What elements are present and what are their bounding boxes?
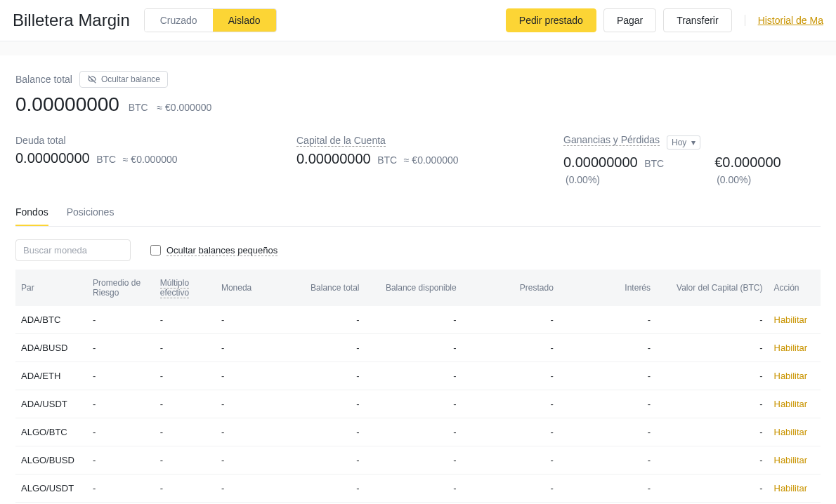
cell-avail: - [365,306,462,334]
cell-borrowed: - [462,362,559,390]
cell-mult: - [155,362,216,390]
cell-risk: - [87,475,155,503]
pnl-period-select[interactable]: Hoy ▾ [667,135,700,150]
enable-link[interactable]: Habilitar [774,399,808,409]
cell-total: - [290,475,365,503]
cell-risk: - [87,334,155,362]
total-balance-section: Balance total Ocultar balance 0.00000000… [15,71,821,116]
total-balance-label: Balance total [15,74,72,85]
pnl-label: Ganancias y Pérdidas [563,134,660,146]
enable-link[interactable]: Habilitar [774,314,808,325]
cell-equity: - [656,362,768,390]
table-row: ALGO/BTC--------Habilitar [15,418,821,446]
th-risk: Promedio de Riesgo [87,270,155,306]
cell-mult: - [155,390,216,418]
borrow-button[interactable]: Pedir prestado [506,8,596,32]
cell-coin: - [216,334,290,362]
tab-cross[interactable]: Cruzado [145,9,213,32]
table-row: ADA/USDT--------Habilitar [15,390,821,418]
table-row: ADA/ETH--------Habilitar [15,362,821,390]
equity-approx: ≈ €0.000000 [404,154,459,166]
cell-pair: ALGO/BUSD [15,446,87,475]
page-title: Billetera Margin [13,11,130,30]
equity-label: Capital de la Cuenta [296,135,386,147]
cell-coin: - [216,446,290,475]
cell-total: - [290,390,365,418]
cell-risk: - [87,390,155,418]
enable-link[interactable]: Habilitar [774,455,808,465]
cell-avail: - [365,418,462,446]
cell-equity: - [656,306,768,334]
cell-mult: - [155,475,216,503]
cell-action: Habilitar [769,446,821,475]
equity-unit: BTC [377,154,397,166]
th-pair: Par [15,270,87,306]
hide-small-checkbox[interactable] [150,245,161,256]
pay-button[interactable]: Pagar [603,8,656,32]
cell-interest: - [559,334,656,362]
transfer-button[interactable]: Transferir [663,8,731,32]
cell-action: Habilitar [769,475,821,503]
tab-isolated[interactable]: Aislado [213,9,276,32]
enable-link[interactable]: Habilitar [774,371,808,381]
debt-label: Deuda total [15,135,66,146]
tab-funds[interactable]: Fondos [15,206,48,226]
tab-positions[interactable]: Posiciones [67,206,115,226]
cell-risk: - [87,446,155,475]
debt-approx: ≈ €0.000000 [123,154,178,165]
cell-total: - [290,446,365,475]
cell-avail: - [365,390,462,418]
cell-action: Habilitar [769,418,821,446]
cell-total: - [290,418,365,446]
cell-equity: - [656,475,768,503]
hide-balance-label: Ocultar balance [101,74,160,84]
th-mult: Múltiplo efectivo [155,270,216,306]
funds-table: Par Promedio de Riesgo Múltiplo efectivo… [15,270,821,504]
equity-value: 0.00000000 [296,151,371,166]
margin-mode-tabs: Cruzado Aislado [144,8,277,32]
search-input[interactable] [15,239,131,261]
cell-action: Habilitar [769,334,821,362]
cell-action: Habilitar [769,390,821,418]
table-row: ADA/BUSD--------Habilitar [15,334,821,362]
cell-borrowed: - [462,475,559,503]
pnl-btc-unit: BTC [644,158,664,169]
table-row: ADA/BTC--------Habilitar [15,306,821,334]
filter-row: Ocultar balances pequeños [15,239,821,261]
cell-interest: - [559,362,656,390]
enable-link[interactable]: Habilitar [774,483,808,493]
stats-row: Deuda total 0.00000000 BTC ≈ €0.000000 C… [15,134,821,187]
debt-unit: BTC [96,154,116,165]
cell-interest: - [559,390,656,418]
enable-link[interactable]: Habilitar [774,343,808,353]
cell-coin: - [216,362,290,390]
cell-total: - [290,306,365,334]
total-balance-approx: ≈ €0.000000 [157,102,212,113]
pnl-eur-value: €0.000000 [714,154,781,170]
cell-interest: - [559,306,656,334]
hide-balance-button[interactable]: Ocultar balance [79,71,168,88]
cell-interest: - [559,418,656,446]
table-row: ALGO/BUSD--------Habilitar [15,446,821,475]
th-avail: Balance disponible [365,270,462,306]
enable-link[interactable]: Habilitar [774,427,808,437]
cell-coin: - [216,390,290,418]
cell-coin: - [216,475,290,503]
header: Billetera Margin Cruzado Aislado Pedir p… [0,0,836,41]
cell-borrowed: - [462,334,559,362]
cell-equity: - [656,334,768,362]
cell-avail: - [365,446,462,475]
cell-avail: - [365,475,462,503]
hide-small-balances[interactable]: Ocultar balances pequeños [150,245,277,256]
history-link[interactable]: Historial de Ma [745,15,823,26]
th-coin: Moneda [216,270,290,306]
cell-action: Habilitar [769,362,821,390]
pnl-btc-value: 0.00000000 [563,154,638,170]
cell-borrowed: - [462,418,559,446]
cell-borrowed: - [462,306,559,334]
cell-interest: - [559,475,656,503]
total-balance-value: 0.00000000 [15,93,119,115]
cell-pair: ALGO/USDT [15,475,87,503]
cell-mult: - [155,446,216,475]
cell-mult: - [155,334,216,362]
